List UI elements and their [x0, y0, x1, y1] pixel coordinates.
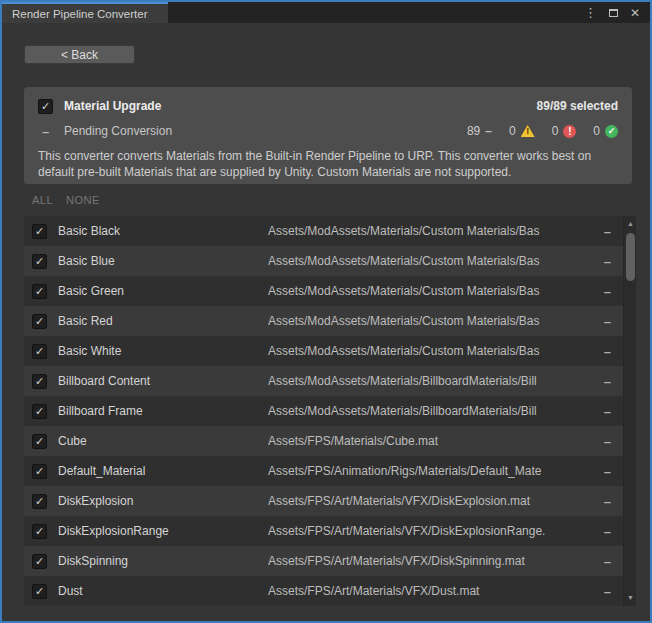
item-name: DiskExplosion [58, 494, 268, 508]
check-icon: ✓ [35, 405, 44, 416]
item-path: Assets/ModAssets/Materials/Custom Materi… [268, 344, 560, 358]
check-icon: ✓ [35, 345, 44, 356]
item-path: Assets/ModAssets/Materials/Custom Materi… [268, 254, 560, 268]
pending-dash-icon: – [604, 224, 611, 239]
success-count: 0 [593, 124, 600, 138]
window-body: < Back ✓ Material Upgrade 89/89 selected… [2, 23, 650, 621]
item-path: Assets/FPS/Art/Materials/VFX/DiskSpinnin… [268, 554, 560, 568]
window-tab[interactable]: Render Pipeline Converter [2, 2, 168, 23]
item-name: DiskSpinning [58, 554, 268, 568]
item-checkbox[interactable]: ✓ [32, 494, 47, 509]
scroll-down-icon[interactable]: ▼ [624, 594, 637, 602]
check-icon: ✓ [35, 495, 44, 506]
item-path: Assets/ModAssets/Materials/BillboardMate… [268, 374, 560, 388]
selected-count: 89/89 selected [537, 99, 618, 113]
list-item[interactable]: ✓Default_MaterialAssets/FPS/Animation/Ri… [24, 456, 623, 486]
error-icon [563, 125, 576, 138]
item-checkbox[interactable]: ✓ [32, 344, 47, 359]
item-name: Basic Blue [58, 254, 268, 268]
item-path: Assets/ModAssets/Materials/Custom Materi… [268, 284, 560, 298]
check-icon: ✓ [35, 465, 44, 476]
list-item[interactable]: ✓DiskExplosionRangeAssets/FPS/Art/Materi… [24, 516, 623, 546]
check-icon: ✓ [35, 225, 44, 236]
item-path: Assets/ModAssets/Materials/Custom Materi… [268, 224, 560, 238]
pending-dash-icon: – [604, 494, 611, 509]
item-checkbox[interactable]: ✓ [32, 404, 47, 419]
scrollbar-thumb[interactable] [626, 233, 635, 281]
list-item[interactable]: ✓Billboard ContentAssets/ModAssets/Mater… [24, 366, 623, 396]
list-item[interactable]: ✓Basic WhiteAssets/ModAssets/Materials/C… [24, 336, 623, 366]
list-item[interactable]: ✓DiskSpinningAssets/FPS/Art/Materials/VF… [24, 546, 623, 576]
item-name: Basic Black [58, 224, 268, 238]
render-pipeline-converter-window: Render Pipeline Converter ⋮ ✕ < Back ✓ M… [0, 0, 652, 623]
item-name: Basic White [58, 344, 268, 358]
check-icon: ✓ [41, 100, 50, 111]
item-name: Billboard Frame [58, 404, 268, 418]
materials-list: ✓Basic BlackAssets/ModAssets/Materials/C… [24, 216, 636, 606]
pending-conversion-label: Pending Conversion [64, 124, 172, 138]
scroll-up-icon[interactable]: ▲ [624, 220, 637, 228]
check-icon: ✓ [35, 555, 44, 566]
status-counts: 89 – 0 0 0 [467, 124, 618, 138]
item-checkbox[interactable]: ✓ [32, 524, 47, 539]
converter-title: Material Upgrade [64, 99, 161, 113]
converter-description: This converter converts Materials from t… [38, 148, 618, 180]
select-all-button[interactable]: ALL [32, 194, 53, 206]
item-name: Dust [58, 584, 268, 598]
warning-icon [521, 125, 535, 137]
pending-dash-icon: – [38, 124, 53, 139]
item-checkbox[interactable]: ✓ [32, 374, 47, 389]
item-path: Assets/ModAssets/Materials/Custom Materi… [268, 314, 560, 328]
check-icon: ✓ [35, 255, 44, 266]
item-name: Basic Red [58, 314, 268, 328]
item-name: Billboard Content [58, 374, 268, 388]
back-button[interactable]: < Back [24, 45, 135, 64]
pending-dash-icon: – [604, 374, 611, 389]
pending-dash-icon: – [604, 254, 611, 269]
converter-header-row: ✓ Material Upgrade 89/89 selected [38, 97, 618, 115]
list-item[interactable]: ✓Basic RedAssets/ModAssets/Materials/Cus… [24, 306, 623, 336]
pending-dash-icon: – [604, 524, 611, 539]
scrollbar[interactable]: ▲ ▼ [623, 216, 636, 606]
titlebar-actions: ⋮ ✕ [584, 2, 650, 23]
item-path: Assets/FPS/Art/Materials/VFX/Dust.mat [268, 584, 560, 598]
material-upgrade-checkbox[interactable]: ✓ [38, 99, 53, 114]
check-icon: ✓ [35, 375, 44, 386]
pending-dash-icon: – [604, 314, 611, 329]
converter-status-row: – Pending Conversion 89 – 0 0 0 [38, 122, 618, 140]
item-checkbox[interactable]: ✓ [32, 314, 47, 329]
pending-count: 89 [467, 124, 480, 138]
material-upgrade-panel: ✓ Material Upgrade 89/89 selected – Pend… [24, 87, 632, 184]
selection-controls: ALL NONE [32, 194, 100, 206]
list-item[interactable]: ✓Basic BlueAssets/ModAssets/Materials/Cu… [24, 246, 623, 276]
list-item[interactable]: ✓Basic BlackAssets/ModAssets/Materials/C… [24, 216, 623, 246]
list-item[interactable]: ✓CubeAssets/FPS/Materials/Cube.mat– [24, 426, 623, 456]
item-checkbox[interactable]: ✓ [32, 254, 47, 269]
item-checkbox[interactable]: ✓ [32, 434, 47, 449]
pending-dash-icon: – [604, 554, 611, 569]
pending-dash-icon: – [604, 434, 611, 449]
list-item[interactable]: ✓Basic GreenAssets/ModAssets/Materials/C… [24, 276, 623, 306]
item-name: DiskExplosionRange [58, 524, 268, 538]
check-icon: ✓ [35, 435, 44, 446]
item-checkbox[interactable]: ✓ [32, 224, 47, 239]
maximize-glyph [609, 9, 618, 17]
warning-count: 0 [509, 124, 516, 138]
error-count: 0 [552, 124, 559, 138]
close-icon[interactable]: ✕ [630, 7, 640, 19]
pending-dash-icon: – [604, 464, 611, 479]
select-none-button[interactable]: NONE [66, 194, 100, 206]
maximize-icon[interactable] [609, 7, 618, 19]
pending-count-dash-icon: – [485, 124, 492, 138]
pending-dash-icon: – [604, 344, 611, 359]
item-checkbox[interactable]: ✓ [32, 584, 47, 599]
item-name: Basic Green [58, 284, 268, 298]
list-item[interactable]: ✓DiskExplosionAssets/FPS/Art/Materials/V… [24, 486, 623, 516]
kebab-menu-icon[interactable]: ⋮ [584, 6, 597, 19]
check-icon: ✓ [35, 315, 44, 326]
item-checkbox[interactable]: ✓ [32, 554, 47, 569]
item-checkbox[interactable]: ✓ [32, 284, 47, 299]
item-checkbox[interactable]: ✓ [32, 464, 47, 479]
list-item[interactable]: ✓Billboard FrameAssets/ModAssets/Materia… [24, 396, 623, 426]
list-item[interactable]: ✓DustAssets/FPS/Art/Materials/VFX/Dust.m… [24, 576, 623, 606]
